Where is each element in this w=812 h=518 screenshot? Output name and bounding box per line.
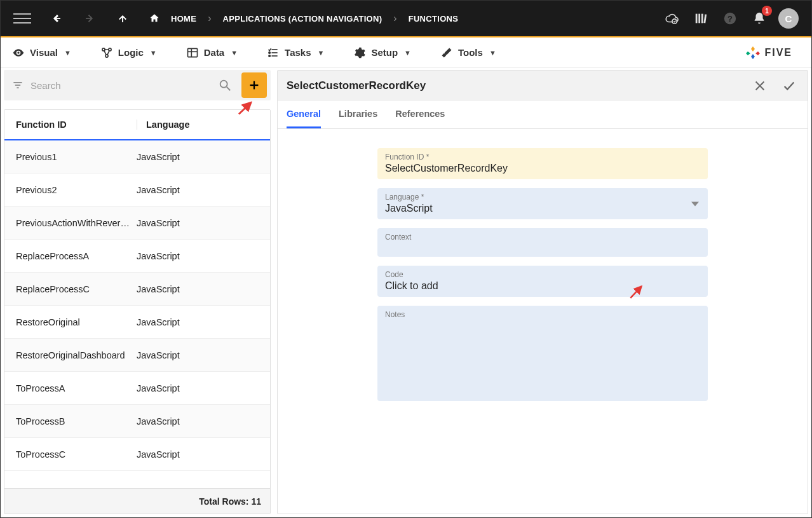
field-code[interactable]: Code Click to add	[377, 266, 708, 297]
cell-language: JavaScript	[137, 449, 259, 460]
cell-language: JavaScript	[137, 284, 259, 294]
search-icon[interactable]	[213, 78, 236, 92]
field-label: Notes	[385, 310, 700, 319]
tab-references[interactable]: References	[395, 101, 445, 128]
field-function-id[interactable]: Function ID * SelectCustomerRecordKey	[377, 148, 708, 179]
field-value: Click to add	[385, 280, 700, 292]
svg-point-21	[269, 55, 271, 57]
menu-visual[interactable]: Visual▼	[12, 46, 71, 59]
cell-function-id: ToProcessB	[16, 416, 137, 426]
chevron-right-icon: ›	[208, 13, 211, 24]
breadcrumb-home[interactable]: HOME	[171, 14, 196, 24]
tab-general[interactable]: General	[287, 101, 321, 128]
notification-badge: 1	[762, 6, 772, 16]
field-value: SelectCustomerRecordKey	[385, 163, 700, 174]
table-row[interactable]: ToProcessAJavaScript	[4, 372, 270, 405]
breadcrumb-applications[interactable]: APPLICATIONS (ACTION NAVIGATION)	[223, 14, 382, 24]
avatar[interactable]: C	[778, 8, 799, 29]
cell-language: JavaScript	[137, 251, 259, 261]
cell-function-id: ReplaceProcessC	[16, 284, 137, 294]
forward-button[interactable]	[79, 8, 100, 29]
field-language[interactable]: Language * JavaScript	[377, 188, 708, 219]
confirm-button[interactable]	[780, 76, 799, 95]
cell-language: JavaScript	[137, 383, 259, 393]
form-area: Function ID * SelectCustomerRecordKey La…	[278, 129, 808, 514]
cell-language: JavaScript	[137, 185, 259, 195]
menu-label: Setup	[371, 47, 398, 58]
left-panel: Function ID Language Previous1JavaScript…	[4, 70, 271, 514]
cell-function-id: ToProcessC	[16, 449, 137, 460]
menu-tasks[interactable]: Tasks▼	[267, 46, 324, 59]
cell-language: JavaScript	[137, 350, 259, 360]
breadcrumb-functions[interactable]: FUNCTIONS	[409, 14, 459, 24]
chevron-right-icon: ›	[393, 13, 396, 24]
menu-setup[interactable]: Setup▼	[353, 46, 411, 59]
tab-libraries[interactable]: Libraries	[339, 101, 377, 128]
menu-label: Data	[204, 47, 225, 58]
home-icon[interactable]	[144, 8, 165, 29]
table-row[interactable]: ReplaceProcessAJavaScript	[4, 240, 270, 273]
workspace: Function ID Language Previous1JavaScript…	[1, 68, 811, 517]
svg-rect-5	[698, 14, 700, 24]
search-input[interactable]	[30, 80, 208, 91]
column-language[interactable]: Language	[137, 119, 259, 130]
svg-text:?: ?	[727, 14, 733, 24]
library-icon[interactable]	[691, 8, 711, 29]
field-context[interactable]: Context	[377, 228, 708, 257]
close-button[interactable]	[750, 76, 769, 95]
cell-function-id: Previous1	[16, 152, 137, 162]
cell-language: JavaScript	[137, 152, 259, 162]
cell-language: JavaScript	[137, 416, 259, 426]
help-icon[interactable]: ?	[720, 8, 740, 29]
eye-icon	[12, 46, 25, 59]
notifications-icon[interactable]: 1	[749, 8, 769, 29]
cell-language: JavaScript	[137, 218, 259, 228]
functions-table: Function ID Language Previous1JavaScript…	[4, 109, 271, 514]
svg-point-20	[269, 51, 271, 53]
back-button[interactable]	[46, 8, 67, 29]
svg-rect-7	[703, 14, 707, 23]
table-row[interactable]: Previous1JavaScript	[4, 140, 270, 174]
tools-icon	[440, 46, 453, 59]
svg-rect-4	[696, 14, 698, 24]
svg-point-10	[17, 51, 19, 53]
brand-text: FIVE	[764, 47, 792, 58]
table-body[interactable]: Previous1JavaScriptPrevious2JavaScriptPr…	[4, 140, 270, 488]
table-row[interactable]: ToProcessBJavaScript	[4, 405, 270, 438]
top-bar: HOME › APPLICATIONS (ACTION NAVIGATION) …	[1, 1, 811, 36]
detail-panel: SelectCustomerRecordKey General Librarie…	[277, 70, 808, 514]
brand-logo: FIVE	[745, 45, 800, 60]
cloud-icon[interactable]	[661, 8, 682, 29]
search-bar	[4, 70, 271, 100]
five-logo-icon	[745, 45, 761, 60]
svg-line-26	[227, 87, 231, 91]
field-label: Function ID *	[385, 153, 700, 161]
table-icon	[186, 46, 199, 59]
menu-bar: Visual▼ Logic▼ Data▼ Tasks▼ Setup▼ Tools…	[1, 37, 811, 68]
menu-data[interactable]: Data▼	[186, 46, 238, 59]
table-row[interactable]: ReplaceProcessCJavaScript	[4, 273, 270, 306]
menu-logic[interactable]: Logic▼	[100, 46, 157, 59]
menu-icon[interactable]	[13, 10, 31, 27]
filter-icon[interactable]	[10, 79, 25, 92]
table-row[interactable]: ToProcessCJavaScript	[4, 438, 270, 471]
table-row[interactable]: RestoreOriginalJavaScript	[4, 306, 270, 339]
svg-rect-14	[187, 48, 197, 57]
field-label: Context	[385, 233, 700, 242]
tasks-icon	[267, 46, 280, 59]
menu-label: Tasks	[285, 47, 311, 58]
cell-language: JavaScript	[137, 317, 259, 327]
gear-icon	[353, 46, 366, 59]
table-row[interactable]: RestoreOriginalDashboardJavaScript	[4, 339, 270, 372]
menu-tools[interactable]: Tools▼	[440, 46, 496, 59]
column-function-id[interactable]: Function ID	[16, 119, 137, 130]
table-row[interactable]: PreviousActionWithRever…JavaScript	[4, 207, 270, 240]
up-button[interactable]	[112, 8, 133, 29]
add-button[interactable]	[241, 72, 267, 98]
cell-function-id: Previous2	[16, 185, 137, 195]
field-notes[interactable]: Notes	[377, 306, 708, 401]
svg-point-25	[220, 81, 227, 88]
cell-function-id: RestoreOriginal	[16, 317, 137, 327]
table-row[interactable]: Previous2JavaScript	[4, 174, 270, 207]
cell-function-id: RestoreOriginalDashboard	[16, 350, 137, 360]
